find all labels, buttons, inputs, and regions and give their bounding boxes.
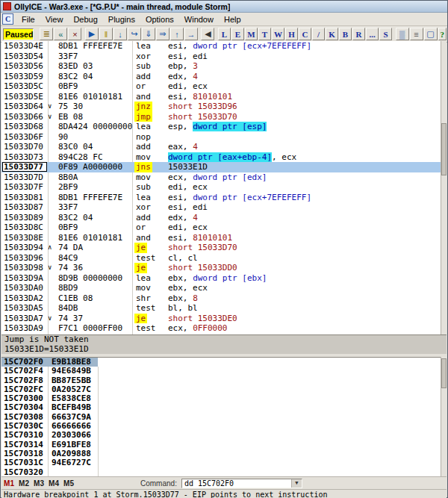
- operands: short 15033D70: [168, 112, 237, 122]
- mnemonic: add: [136, 213, 151, 223]
- disasm-row[interactable]: 15033DA2C1EB 08shrebx, 8: [1, 293, 441, 304]
- disasm-row[interactable]: 15033D7D8B0Amovecx, dword ptr [edx]: [1, 172, 441, 183]
- disasm-row[interactable]: 15033D8733F7xoresi, edi: [1, 202, 441, 213]
- dump-row[interactable]: 15C70320: [1, 468, 441, 477]
- info-line[interactable]: Jump is NOT taken: [1, 335, 447, 345]
- menu-item-plugins[interactable]: Plugins: [103, 14, 140, 25]
- disasm-row[interactable]: 15033D5683ED 03subebp, 3: [1, 61, 441, 72]
- disasm-row[interactable]: 15033DA08BD9movebx, ecx: [1, 283, 441, 293]
- animate-into-button[interactable]: ⇓: [142, 28, 155, 40]
- macro-tab-m4[interactable]: M4: [46, 479, 61, 488]
- disasm-row[interactable]: 15033D6F90nop: [1, 132, 441, 143]
- dump-scrollbar[interactable]: [441, 357, 447, 476]
- animate-over-button[interactable]: ⇒: [156, 28, 169, 40]
- menu-item-view[interactable]: View: [40, 14, 69, 25]
- operands: edx, 4: [168, 213, 198, 223]
- disasm-row[interactable]: 15033D94∧74 DAjeshort 15033D70: [1, 243, 441, 253]
- cpu-window-icon[interactable]: C: [2, 13, 13, 25]
- restart-button[interactable]: «: [54, 28, 67, 40]
- window-button-source[interactable]: S: [379, 28, 392, 40]
- menu-item-help[interactable]: Help: [219, 14, 246, 25]
- dump-row[interactable]: 15C7031C94E6727C: [1, 458, 441, 467]
- menu-item-options[interactable]: Options: [140, 14, 179, 25]
- window-button-memory-map[interactable]: M: [245, 28, 258, 40]
- disasm-row[interactable]: 15033D7083C0 04addeax, 4: [1, 142, 441, 152]
- disasm-row[interactable]: 15033DA9F7C1 0000FF00testecx, 0FF0000: [1, 323, 441, 334]
- dump-row[interactable]: 15C70304BCEFB49B: [1, 403, 441, 412]
- options-button[interactable]: ≡: [410, 28, 423, 40]
- macro-tab-m2[interactable]: M2: [16, 479, 31, 488]
- disasm-row[interactable]: 15033D7F2BF9subedi, ecx: [1, 182, 441, 193]
- pause-button[interactable]: ‖: [99, 28, 113, 40]
- window-button-log[interactable]: L: [218, 28, 231, 40]
- dump-row[interactable]: 15C7031020303066: [1, 431, 441, 440]
- window-button-threads[interactable]: T: [258, 28, 271, 40]
- window-button-executables[interactable]: E: [231, 28, 244, 40]
- disasm-row[interactable]: 15033D8C0BF9oredi, ecx: [1, 222, 441, 233]
- scrollbar-thumb[interactable]: [441, 123, 447, 175]
- macro-tab-m5[interactable]: M5: [61, 479, 76, 488]
- window-button-handles[interactable]: H: [285, 28, 298, 40]
- close-button[interactable]: ×: [68, 28, 81, 40]
- chevron-down-icon[interactable]: ▼: [291, 479, 302, 488]
- menu-item-debug[interactable]: Debug: [68, 14, 102, 25]
- hexdump-cell: 83C2 04: [58, 72, 93, 82]
- window-button-run-trace[interactable]: ...: [366, 28, 379, 40]
- disasm-row[interactable]: 15033D5983C2 04addedx, 4: [1, 72, 441, 82]
- disasm-row[interactable]: 15033D66∨EB 08jmpshort 15033D70: [1, 112, 441, 122]
- window-button-call-stack[interactable]: K: [326, 28, 338, 40]
- window-button-cpu[interactable]: C: [299, 28, 311, 40]
- address-cell: 15033D4E: [4, 41, 46, 52]
- appearance-button[interactable]: ▢: [424, 28, 438, 40]
- patch-window-button[interactable]: ▒: [396, 28, 409, 40]
- app-icon[interactable]: [3, 2, 11, 10]
- disasm-row[interactable]: 15033D8E81E6 01010181andesi, 81010101: [1, 233, 441, 243]
- operands: edx, 4: [168, 72, 198, 82]
- execute-till-return-button[interactable]: ↑: [170, 28, 184, 40]
- dump-row[interactable]: 15C702F494E6849B: [1, 367, 441, 376]
- status-indicator: Paused: [3, 28, 34, 40]
- dump-pane[interactable]: 15C702F0E9B18BE815C702F494E6849B15C702F8…: [1, 357, 441, 477]
- disasm-row[interactable]: 15033D64∨75 30jnzshort 15033D96: [1, 102, 441, 112]
- disasm-row[interactable]: 15033D9A8D9B 00000000leaebx, dword ptr […: [1, 273, 441, 284]
- jump-direction-icon: ∨: [48, 102, 57, 112]
- open-file-button[interactable]: ≣: [40, 28, 53, 40]
- menu-item-window[interactable]: Window: [179, 14, 219, 25]
- window-button-references[interactable]: R: [352, 28, 365, 40]
- scrollbar-thumb[interactable]: [441, 358, 447, 388]
- disasm-row[interactable]: 15033D5E81E6 01010181andesi, 81010101: [1, 92, 441, 102]
- window-button-breakpoints[interactable]: B: [339, 28, 352, 40]
- disasm-row[interactable]: 15033D5C0BF9oredi, ecx: [1, 81, 441, 92]
- macro-tab-m3[interactable]: M3: [31, 479, 46, 488]
- run-button[interactable]: ▶: [85, 28, 99, 40]
- address-cell: 15033D94: [4, 243, 46, 253]
- menu-item-file[interactable]: File: [16, 14, 40, 25]
- disasm-row[interactable]: 15033D9684C9testcl, cl: [1, 253, 441, 264]
- disasm-row[interactable]: 15033D688DA424 00000000leaesp, dword ptr…: [1, 122, 441, 132]
- disasm-row[interactable]: 15033D5433F7xoresi, edi: [1, 52, 441, 62]
- disasm-row[interactable]: 15033D4E8DB1 FFFEFE7Eleaesi, dword ptr […: [1, 41, 441, 52]
- macro-tab-m1[interactable]: M1: [1, 479, 16, 488]
- info-line[interactable]: 15033E1D=15033E1D: [1, 345, 447, 355]
- window-button-patches[interactable]: /: [312, 28, 325, 40]
- go-to-previous-button[interactable]: ◀: [201, 28, 214, 40]
- disasm-row[interactable]: 15033D770F89 A0000000jns15033E1D: [1, 162, 441, 172]
- disasm-row[interactable]: 15033DA7∨74 37jeshort 15033DE0: [1, 314, 441, 324]
- disasm-row[interactable]: 15033D98∨74 36jeshort 15033DD0: [1, 263, 441, 273]
- command-input[interactable]: dd 15C702F0 ▼: [181, 479, 302, 488]
- disasm-row[interactable]: 15033D8983C2 04addedx, 4: [1, 213, 441, 223]
- toolbar: Paused ≣«× ▶‖↓↪⇓⇒↑→ ◀ LEMTWHC/KBR...S ▒≡…: [1, 26, 447, 43]
- disasm-scrollbar[interactable]: [441, 41, 447, 334]
- jump-direction-icon: ∨: [48, 314, 57, 324]
- disasm-row[interactable]: 15033DA584DBtestbl, bl: [1, 303, 441, 314]
- disasm-row[interactable]: 15033D73894C28 FCmovdword ptr [eax+ebp-4…: [1, 152, 441, 163]
- step-over-button[interactable]: ↪: [128, 28, 141, 40]
- step-into-button[interactable]: ↓: [113, 28, 127, 40]
- disasm-row[interactable]: 15033D818DB1 FFFEFE7Eleaesi, dword ptr […: [1, 193, 441, 203]
- address-cell: 15033D5C: [4, 81, 46, 92]
- window-button-windows[interactable]: W: [272, 28, 284, 40]
- go-to-button[interactable]: →: [184, 28, 198, 40]
- help-button[interactable]: ?: [438, 28, 447, 40]
- mnemonic: lea: [136, 193, 151, 203]
- disasm-pane[interactable]: 15033D4E8DB1 FFFEFE7Eleaesi, dword ptr […: [1, 41, 441, 334]
